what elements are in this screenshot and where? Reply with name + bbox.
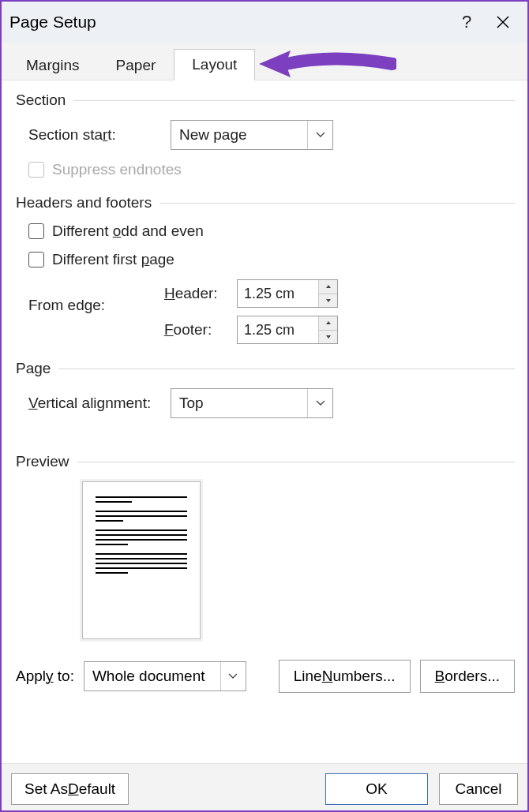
apply-to-combo[interactable]: Whole document bbox=[84, 661, 246, 691]
hf-heading: Headers and footers bbox=[16, 194, 152, 211]
vertical-alignment-value: Top bbox=[171, 395, 307, 412]
divider bbox=[73, 100, 515, 101]
header-label: Header: bbox=[164, 285, 227, 302]
dialog-button-bar: Set As Default OK Cancel bbox=[2, 763, 527, 812]
annotation-arrow bbox=[254, 46, 396, 85]
apply-to-label: Apply to: bbox=[16, 668, 74, 685]
spin-down-icon[interactable] bbox=[319, 331, 337, 344]
cancel-button[interactable]: Cancel bbox=[439, 773, 518, 805]
different-first-page-label: Different first page bbox=[52, 251, 174, 268]
line-numbers-button[interactable]: Line Numbers... bbox=[279, 660, 411, 693]
group-preview: Preview bbox=[16, 453, 515, 639]
spin-down-icon[interactable] bbox=[319, 294, 337, 308]
apply-to-value: Whole document bbox=[84, 668, 220, 685]
group-headers-footers: Headers and footers Different odd and ev… bbox=[16, 194, 515, 344]
spin-up-icon[interactable] bbox=[319, 316, 337, 331]
preview-heading: Preview bbox=[16, 453, 69, 470]
group-page: Page Vertical alignment: Top bbox=[16, 360, 515, 418]
header-spin[interactable]: 1.25 cm bbox=[237, 279, 338, 308]
chevron-down-icon bbox=[220, 662, 246, 690]
close-button[interactable] bbox=[485, 4, 521, 40]
footer-value: 1.25 cm bbox=[238, 322, 318, 339]
preview-thumbnail bbox=[82, 481, 201, 639]
page-heading: Page bbox=[16, 360, 51, 377]
checkbox-icon bbox=[28, 223, 44, 239]
divider bbox=[58, 369, 515, 369]
group-section: Section Section start: New page Suppress… bbox=[16, 92, 515, 178]
different-odd-even-label: Different odd and even bbox=[52, 223, 204, 240]
section-start-label: Section start: bbox=[28, 126, 171, 144]
ok-button[interactable]: OK bbox=[325, 773, 428, 805]
suppress-endnotes-checkbox: Suppress endnotes bbox=[28, 161, 182, 178]
set-as-default-button[interactable]: Set As Default bbox=[11, 773, 129, 805]
tab-strip: Margins Paper Layout bbox=[2, 43, 527, 80]
divider bbox=[77, 462, 515, 462]
help-button[interactable]: ? bbox=[448, 4, 485, 40]
chevron-down-icon bbox=[307, 121, 332, 149]
different-odd-even-checkbox[interactable]: Different odd and even bbox=[28, 223, 204, 240]
header-value: 1.25 cm bbox=[238, 286, 318, 302]
tab-layout[interactable]: Layout bbox=[174, 49, 255, 80]
title-bar: Page Setup ? bbox=[2, 2, 527, 43]
section-start-value: New page bbox=[171, 126, 307, 144]
spin-up-icon[interactable] bbox=[319, 280, 337, 294]
borders-button[interactable]: Borders... bbox=[420, 660, 515, 693]
dialog-title: Page Setup bbox=[9, 13, 448, 32]
layout-panel: Section Section start: New page Suppress… bbox=[2, 80, 527, 763]
tab-paper[interactable]: Paper bbox=[98, 49, 174, 80]
vertical-alignment-combo[interactable]: Top bbox=[171, 388, 333, 418]
different-first-page-checkbox[interactable]: Different first page bbox=[28, 251, 174, 268]
section-heading: Section bbox=[16, 92, 66, 109]
chevron-down-icon bbox=[307, 389, 332, 417]
checkbox-icon bbox=[28, 162, 44, 178]
divider bbox=[159, 203, 515, 204]
tab-margins[interactable]: Margins bbox=[8, 49, 98, 80]
footer-label: Footer: bbox=[164, 321, 227, 339]
from-edge-label: From edge: bbox=[28, 297, 164, 314]
suppress-endnotes-label: Suppress endnotes bbox=[52, 161, 182, 178]
section-start-combo[interactable]: New page bbox=[171, 120, 333, 150]
vertical-alignment-label: Vertical alignment: bbox=[28, 395, 171, 412]
footer-spin[interactable]: 1.25 cm bbox=[237, 316, 338, 344]
checkbox-icon bbox=[28, 252, 44, 268]
